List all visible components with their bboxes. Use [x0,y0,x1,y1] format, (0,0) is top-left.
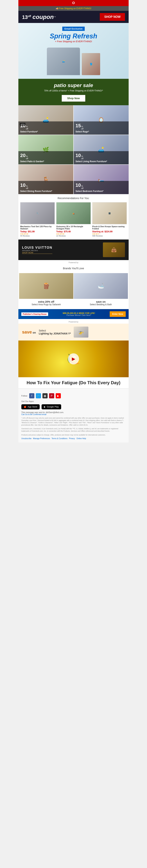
qr-icon[interactable]: ▦ [42,393,48,398]
app-store-badge[interactable]: 🍎 App Store [21,404,40,409]
google-play-badge[interactable]: ▶ Google Play [41,404,61,409]
brand-image-rugs: 🪵 [19,273,73,299]
product-cell-bedroom[interactable]: 🛏️ 10 %off Select Bedroom Furniture* [74,165,129,194]
hero-headline: Spring Refresh [22,32,125,40]
unsubscribe-link[interactable]: Unsubscribe [21,437,32,439]
save-label: save [22,330,32,335]
product-cell-living-room[interactable]: 🛋️ 10 %off Select Living Room Furniture* [74,135,129,164]
discount-pct: 10 [76,182,81,188]
google-play-label: Google Play [47,406,59,408]
coupon-percent: 13off [22,14,32,20]
category-label: Select Patio & Garden* [20,160,44,163]
pch-sub-text: Purchase Winner! Click Here!* [50,314,108,316]
lv-bag-image: 👜 [103,242,125,257]
rec-stars: ★★★★★ [56,233,91,235]
get-apps-label: Get Our Apps: [21,400,126,402]
rec-item-outdoor[interactable]: ⛺ Outsunny 20 x 10 Rectangle Octagon Pat… [56,202,91,237]
rec-stars: ★★★★★ [20,233,55,235]
product-cell-furniture[interactable]: 🛋️ extra 10 %off Select Furniture* [19,105,73,135]
youtube-icon[interactable]: ▶ [56,393,61,398]
email-sent-text: This message was sent to: dlclSam@dfed.c… [21,411,126,413]
patio-shop-now-button[interactable]: Shop Now [62,95,85,101]
manage-prefs-link[interactable]: Manage Preferences [33,437,50,439]
category-label: Select Furniture* [20,130,38,133]
app-store-label: App Store [28,406,37,408]
patio-sale-title: patio super sale [22,83,125,88]
rec-stars: ★★★★☆ [92,233,127,235]
brand-cell-rugs[interactable]: 🪵 extra 20% off Select Area Rugs by Safa… [19,273,73,307]
video-title: How To Fix Your Fatigue (Do This Every D… [19,377,129,388]
footer-disclaimer: * 10% off discount may only be used once… [21,417,126,426]
twitter-icon[interactable]: 🐦 [36,393,41,398]
product-grid: 🛋️ extra 10 %off Select Furniture* 🪞 15 … [19,105,129,194]
brand-image-bedding: 🛁 [74,273,128,299]
pch-main-text: WIN $5,000.00 A WEEK FOR LIFE! [50,312,108,314]
rec-item-tools[interactable]: 🔧 Mechanics Tool Set 135 Piece by Stalwa… [20,202,55,237]
rec-name: Picoh & Den Knops Space-saving Folded [92,225,127,230]
product-cell-rugs[interactable]: 🪞 15 %off Select Rugs* [74,105,129,135]
rec-name: Outsunny 20 x 10 Rectangle Octagon Patio [56,225,91,230]
rec-name: Mechanics Tool Set 135 Piece by Stalwart [20,225,55,230]
rec-price: Today: $51.99 [20,230,55,233]
category-label: Select Living Room Furniture* [76,160,107,163]
lv-brand-name: LOUIS VUITTON [22,246,52,250]
shipping-text: Free Shipping on EVERYTHING! [59,7,91,10]
category-label: Select Bedroom Furniture* [76,190,104,192]
rec-image-outdoor: ⛺ [56,202,91,224]
brand-caption-bedding: save on Select Bedding & Bath [74,299,128,307]
play-button[interactable]: ▶ [68,353,79,364]
logo: O [71,1,76,5]
online-help-link[interactable]: Online Help [77,437,86,439]
video-thumbnail[interactable]: 🍋 ▶ [19,341,129,377]
brands-grid: 🪵 extra 20% off Select Area Rugs by Safa… [19,272,129,308]
patio-sale-desc: 70% off 1000s of items* + Free Shipping … [22,89,125,92]
hero-banner: Email Exclusive Spring Refresh + Free Sh… [19,23,129,79]
coupon-label: coupon [32,13,54,20]
follow-section: Follow: f 🐦 ▦ P ▶ [21,393,126,398]
privacy-link[interactable]: Privacy [69,437,75,439]
apple-icon: 🍎 [24,406,26,408]
product-cell-patio[interactable]: 🌿 20 %off Select Patio & Garden* [19,135,73,164]
discount-pct: 15 [76,123,81,129]
facebook-icon[interactable]: f [29,393,34,398]
product-cell-dining-room[interactable]: 🪑 10 %off Select Dining Room Furniture* [19,165,73,194]
lv-powered-by: Powered by [19,261,129,264]
google-play-icon: ▶ [44,406,46,408]
coupon-bar: 13off coupon™ Shop Now [19,11,129,23]
shipping-icon: 🚚 [56,7,58,10]
free-shipping-bar: 🚚 Free Shipping on EVERYTHING! [19,6,129,11]
footer: Follow: f 🐦 ▦ P ▶ Get Our Apps: 🍎 App St… [19,388,129,442]
unsub-link[interactable]: Can Go to Be Confirmed email [21,413,126,415]
pinterest-icon[interactable]: P [49,393,54,398]
save-lighting-section: save on Select Lighting by JONATHAN Y* 🚁 [19,323,129,341]
hero-rug-image: 🪣 [82,53,100,75]
rec-item-dresser[interactable]: 🗄️ Picoh & Den Knops Space-saving Folded… [92,202,127,237]
rec-review-count: 22 Reviews [56,235,91,237]
discount-pct: 20 [20,153,26,158]
video-section: 🍋 ▶ How To Fix Your Fatigue (Do This Eve… [19,341,129,388]
rec-image-tools: 🔧 [20,202,55,224]
hero-sub: + Free Shipping on EVERYTHING! [22,40,125,43]
lv-shop-now-link[interactable]: SHOP NOW [22,251,52,254]
terms-link[interactable]: Terms & Conditions [52,437,67,439]
recommendations-grid: 🔧 Mechanics Tool Set 135 Piece by Stalwa… [19,202,129,239]
rec-price: Starting at: $224.99 [92,230,127,233]
pch-powered-by: Powered by [19,320,129,323]
discount-pct: 10 [76,153,81,158]
discount-pct: 10 [20,182,26,188]
brands-title: Brands You'll Love [19,264,129,272]
rec-image-dresser: 🗄️ [92,202,127,224]
recommendations-title: Recommendations For You: [19,194,129,202]
category-label: Select Rugs* [76,130,89,133]
pch-enter-button[interactable]: Enter Now [110,311,126,317]
rec-review-count: 44 Reviews [20,235,55,237]
extra-badge: extra [20,123,25,125]
category-label: Select Dining Room Furniture* [20,190,52,192]
follow-label: Follow: [21,395,28,397]
brand-cell-bedding[interactable]: 🛁 save on Select Bedding & Bath [74,273,128,307]
rec-price: Today: $75.49 [56,230,91,233]
louis-vuitton-ad-banner[interactable]: LOUIS VUITTON INSIDER PRICES SHOP NOW 👜 [19,240,129,260]
footer-links: Unsubscribe Manage Preferences Terms & C… [21,437,126,439]
coupon-shop-now-button[interactable]: Shop Now [100,13,125,21]
pch-banner: Publisher's Clearing House WIN $5,000.00… [19,309,129,319]
